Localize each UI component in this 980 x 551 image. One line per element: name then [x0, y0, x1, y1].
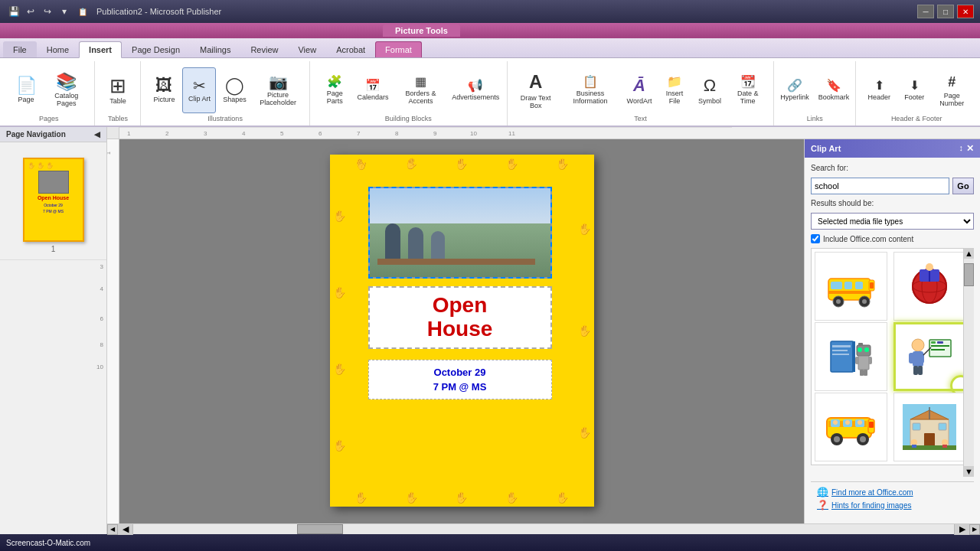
tab-insert[interactable]: Insert	[79, 41, 122, 58]
scroll-left-arrow[interactable]: ◀	[107, 524, 118, 535]
tab-file[interactable]: File	[3, 41, 37, 57]
hand-top-1: ✋	[353, 156, 369, 172]
svg-rect-49	[931, 349, 945, 350]
svg-rect-74	[924, 433, 935, 446]
include-office-row: Include Office.com content	[811, 234, 974, 243]
tab-format[interactable]: Format	[375, 41, 422, 57]
pagenumber-btn[interactable]: # Page Number	[933, 67, 971, 113]
header-btn[interactable]: ⬆ Header	[862, 67, 896, 113]
picture-placeholder-btn-label: Picture Placeholder	[256, 91, 299, 106]
tab-pagedesign[interactable]: Page Design	[122, 41, 190, 57]
footer-btn[interactable]: ⬇ Footer	[897, 67, 931, 113]
picture-btn[interactable]: 🖼 Picture	[147, 67, 181, 113]
svg-rect-80	[912, 445, 916, 448]
clipart-btn[interactable]: ✂ Clip Art	[182, 67, 216, 113]
page-1-thumbnail[interactable]: ✋ ✋ ✋ Open House October 29 7 PM @ MS	[23, 158, 84, 242]
clip-item-teacher[interactable]	[893, 322, 966, 391]
borders-btn[interactable]: ▦ Borders & Accents	[392, 67, 449, 113]
clip-scrollbar[interactable]: ▲ ▼	[963, 248, 974, 477]
scroll-right-arrow[interactable]: ▶	[969, 524, 980, 535]
page-thumbnail-area: ✋ ✋ ✋ Open House October 29 7 PM @ MS 1	[0, 142, 106, 259]
save-quick-btn[interactable]: 💾	[6, 4, 21, 19]
symbol-btn[interactable]: Ω Symbol	[693, 67, 727, 113]
svg-rect-46	[931, 341, 936, 344]
clip-item-schoolbus[interactable]	[815, 252, 887, 321]
more-quick-btn[interactable]: ▾	[57, 4, 72, 19]
photo-sky	[370, 188, 550, 223]
svg-rect-29	[929, 269, 930, 282]
tab-acrobat[interactable]: Acrobat	[326, 41, 375, 57]
svg-text:7: 7	[357, 130, 361, 137]
go-button[interactable]: Go	[952, 178, 974, 194]
panel-header: Clip Art ↕ ✕	[805, 139, 980, 158]
catalog-pages-btn[interactable]: 📚 Catalog Pages	[44, 67, 88, 113]
scroll-thumb[interactable]	[964, 263, 974, 286]
svg-point-18	[836, 299, 841, 304]
maximize-btn[interactable]: □	[937, 5, 954, 18]
ribbon-group-links: 🔗 Hyperlink 🔖 Bookmark Links	[774, 61, 856, 126]
date-line: October 29	[375, 367, 545, 378]
hand-bot-5: ✋	[556, 491, 569, 504]
pageparts-btn[interactable]: 🧩 Page Parts	[316, 67, 354, 113]
datetime-btn[interactable]: 📆 Date & Time	[728, 67, 767, 113]
tab-mailings[interactable]: Mailings	[190, 41, 240, 57]
svg-point-50	[912, 339, 924, 351]
draw-textbox-btn[interactable]: A Draw Text Box	[514, 67, 558, 113]
svg-rect-70	[869, 422, 874, 428]
scroll-page-left[interactable]: ◀	[118, 524, 133, 535]
tab-view[interactable]: View	[288, 41, 326, 57]
tab-review[interactable]: Review	[240, 41, 288, 57]
close-btn[interactable]: ✕	[957, 5, 974, 18]
picture-placeholder-icon: 📷	[269, 74, 288, 90]
minimize-btn[interactable]: ─	[917, 5, 934, 18]
search-input[interactable]	[811, 178, 949, 194]
svg-rect-48	[931, 345, 949, 347]
results-dropdown[interactable]: Selected media file types	[811, 213, 974, 230]
clip-item-cartoon-bus[interactable]	[815, 393, 887, 461]
hand-left-3: ✋	[333, 363, 346, 375]
page-btn[interactable]: 📄 Page	[9, 67, 43, 113]
panel-close-btn[interactable]: ✕	[966, 143, 974, 154]
clip-item-globe[interactable]	[893, 252, 966, 321]
illustrations-buttons: 🖼 Picture ✂ Clip Art ◯ Shapes 📷 Picture …	[147, 64, 302, 122]
picture-placeholder-btn[interactable]: 📷 Picture Placeholder	[253, 67, 302, 113]
canvas-with-ruler-v: 1 ✋ ✋ ✋ ✋ ✋	[107, 139, 980, 523]
scroll-up-arrow[interactable]: ▲	[964, 248, 974, 259]
business-info-btn[interactable]: 📋 Business Information	[560, 67, 621, 113]
shapes-btn[interactable]: ◯ Shapes	[217, 67, 251, 113]
ruler-8: 8	[3, 341, 103, 348]
advertisements-btn[interactable]: 📢 Advertisements	[451, 67, 501, 113]
hand-bot-1: ✋	[354, 491, 368, 504]
tab-home[interactable]: Home	[37, 41, 79, 57]
nav-panel-collapse-btn[interactable]: ◀	[94, 130, 100, 139]
scroll-page-right[interactable]: ▶	[954, 524, 969, 535]
horizontal-scrollbar[interactable]: ◀ ◀ ▶ ▶	[107, 523, 980, 534]
clip-item-book-robot[interactable]	[815, 322, 887, 391]
include-office-label: Include Office.com content	[823, 235, 913, 243]
bookmark-btn[interactable]: 🔖 Bookmark	[815, 67, 854, 113]
scroll-down-arrow[interactable]: ▼	[964, 466, 974, 477]
undo-quick-btn[interactable]: ↩	[23, 4, 38, 19]
panel-resize-btn[interactable]: ↕	[959, 143, 964, 154]
ruler-4: 4	[3, 285, 103, 292]
office-link[interactable]: 🌐 Find more at Office.com	[817, 487, 968, 497]
hints-link[interactable]: ❓ Hints for finding images	[817, 500, 968, 510]
include-office-checkbox[interactable]	[811, 234, 820, 243]
text-box-open-house[interactable]: Open House	[368, 286, 552, 349]
svg-rect-15	[844, 282, 852, 289]
table-btn[interactable]: ⊞ Table	[101, 67, 135, 113]
ruler-indicator	[23, 148, 84, 155]
scrollbar-thumb-h[interactable]	[297, 524, 343, 534]
wordart-btn[interactable]: Ā WordArt	[622, 67, 656, 113]
calendars-btn[interactable]: 📅 Calendars	[355, 67, 390, 113]
text-box-date[interactable]: October 29 7 PM @ MS	[368, 360, 552, 399]
results-row: Selected media file types	[811, 213, 974, 230]
insert-file-btn[interactable]: 📁 Insert File	[658, 67, 691, 113]
canvas-area[interactable]: ✋ ✋ ✋ ✋ ✋ ✋ ✋ ✋ ✋ ✋	[119, 139, 804, 523]
page-1-num: 1	[51, 245, 56, 253]
clip-item-school-building[interactable]	[893, 393, 966, 461]
hyperlink-btn[interactable]: 🔗 Hyperlink	[776, 67, 813, 113]
redo-quick-btn[interactable]: ↪	[40, 4, 55, 19]
svg-point-66	[834, 436, 840, 442]
photo-frame[interactable]	[368, 187, 552, 279]
